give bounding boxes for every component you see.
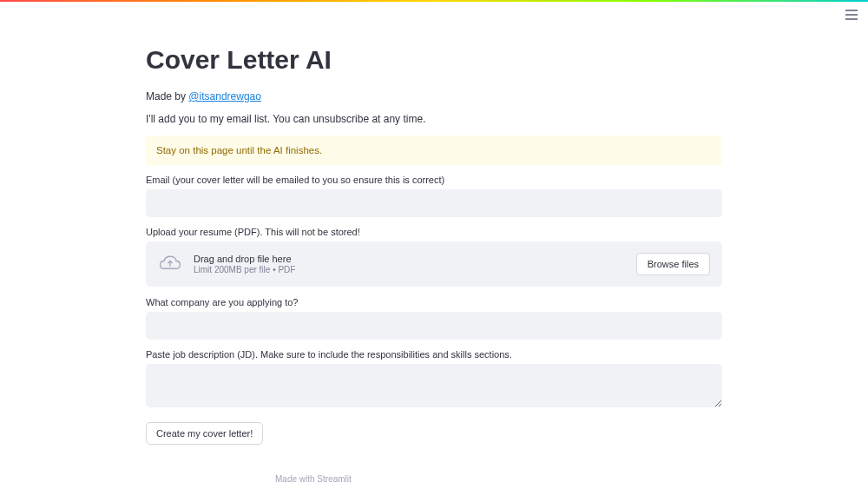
footer-prefix: Made with	[275, 474, 317, 484]
upload-text-group: Drag and drop file here Limit 200MB per …	[194, 254, 636, 274]
upload-drag-text: Drag and drop file here	[194, 254, 636, 264]
page-title: Cover Letter AI	[146, 45, 722, 75]
email-label: Email (your cover letter will be emailed…	[146, 175, 722, 185]
email-input[interactable]	[146, 189, 722, 217]
cloud-upload-icon	[158, 254, 182, 274]
company-input[interactable]	[146, 312, 722, 340]
main-container: Cover Letter AI Made by @itsandrewgao I'…	[130, 2, 738, 445]
upload-dropzone[interactable]: Drag and drop file here Limit 200MB per …	[146, 241, 722, 287]
author-link[interactable]: @itsandrewgao	[188, 90, 261, 102]
company-label: What company are you applying to?	[146, 297, 722, 307]
browse-files-button[interactable]: Browse files	[636, 253, 710, 275]
jd-label: Paste job description (JD). Make sure to…	[146, 349, 722, 360]
footer: Made with Streamlit	[275, 474, 352, 484]
subtext: I'll add you to my email list. You can u…	[146, 113, 722, 125]
jd-textarea[interactable]	[146, 364, 722, 407]
warning-box: Stay on this page until the AI finishes.	[146, 135, 722, 165]
create-cover-letter-button[interactable]: Create my cover letter!	[146, 422, 263, 445]
streamlit-link[interactable]: Streamlit	[317, 474, 351, 484]
byline-prefix: Made by	[146, 90, 188, 102]
hamburger-menu-icon[interactable]	[844, 7, 859, 23]
upload-label: Upload your resume (PDF). This will not …	[146, 227, 722, 237]
upload-limit-text: Limit 200MB per file • PDF	[194, 265, 636, 274]
byline: Made by @itsandrewgao	[146, 90, 722, 102]
